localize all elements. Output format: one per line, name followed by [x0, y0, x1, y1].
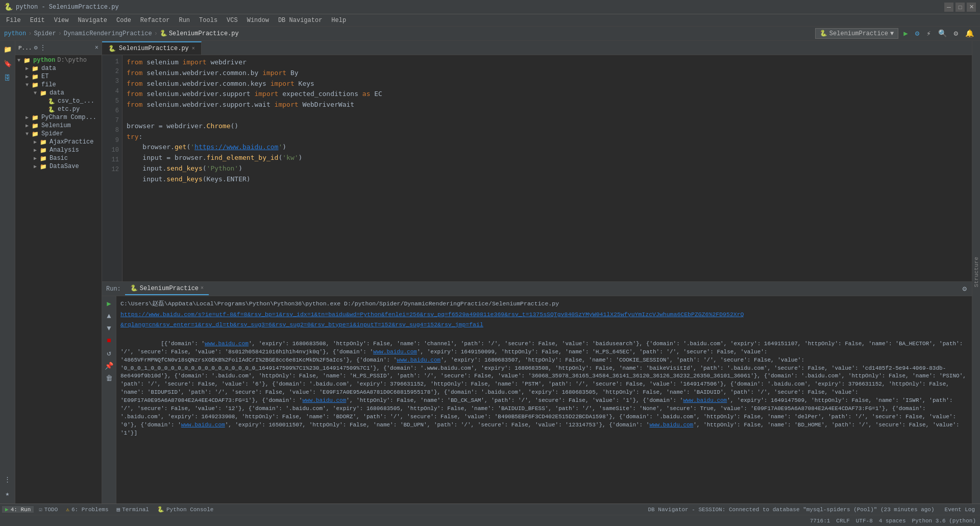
menu-tools[interactable]: Tools	[195, 16, 222, 25]
maximize-button[interactable]: □	[955, 3, 965, 12]
python-version[interactable]: Python 3.6 (python)	[912, 518, 976, 524]
tree-file[interactable]: ▼ 📁 file	[15, 81, 102, 89]
run-up-icon[interactable]: ▲	[106, 311, 112, 321]
settings-icon[interactable]: ⋮	[40, 44, 46, 52]
tree-csv-file[interactable]: 🐍 csv_to_...	[15, 97, 102, 105]
minimize-button[interactable]: ─	[944, 3, 953, 12]
title-bar-controls[interactable]: ─ □ ✕	[944, 3, 976, 12]
breadcrumb-python[interactable]: python	[4, 30, 26, 37]
tree-data[interactable]: ▶ 📁 data	[15, 64, 102, 73]
menu-edit[interactable]: Edit	[26, 16, 49, 25]
tree-spider[interactable]: ▼ 📁 Spider	[15, 130, 102, 138]
tree-arrow: ▼	[17, 58, 23, 63]
folder-icon: 📁	[40, 90, 48, 97]
run-with-coverage-button[interactable]: ⚡	[924, 28, 933, 39]
tree-arrow: ▶	[26, 123, 32, 129]
breadcrumb-file[interactable]: 🐍SeleniumPractice.py	[160, 30, 239, 37]
event-log-button[interactable]: Event Log	[942, 507, 978, 513]
project-label: P...	[18, 45, 32, 51]
run-rerun-icon[interactable]: ↺	[106, 348, 112, 358]
db-browser-icon[interactable]: 🗄	[1, 71, 14, 85]
domain-link-3[interactable]: www.baidu.com	[397, 357, 440, 363]
settings-button[interactable]: ⚙	[952, 28, 960, 39]
domain-link-5[interactable]: www.baidu.com	[683, 397, 727, 403]
tree-analysis[interactable]: ▶ 📁 Analysis	[15, 146, 102, 154]
tree-pycharm[interactable]: ▶ 📁 PyCharm Comp...	[15, 113, 102, 122]
breadcrumb-sep-3: ›	[154, 30, 158, 37]
menu-db-navigator[interactable]: DB Navigator	[274, 16, 326, 25]
code-editor[interactable]: 1 2 3 4 5 6 7 8 9 10 11 12 from selenium…	[102, 55, 972, 281]
run-icon: ▶	[5, 506, 9, 513]
project-tool-icon[interactable]: 📁	[1, 43, 14, 56]
output-link-2[interactable]: &rqlang=cn&rsv_enter=1&rsv_dl=tb&rsv_sug…	[120, 321, 483, 328]
tree-root-python[interactable]: ▼ 📁 python D:\pytho	[15, 56, 102, 64]
collapse-icon[interactable]: ×	[95, 44, 99, 52]
gear-icon[interactable]: ⚙	[34, 44, 37, 52]
gear-icon[interactable]: ⚙	[962, 283, 968, 294]
tree-basic[interactable]: ▶ 📁 Basic	[15, 154, 102, 162]
favorites-icon[interactable]: ★	[1, 487, 14, 500]
run-tab-selenium[interactable]: 🐍 SeleniumPractice ×	[125, 282, 209, 295]
menu-run[interactable]: Run	[175, 16, 194, 25]
indent-size[interactable]: 4 spaces	[879, 518, 906, 524]
tree-file-data[interactable]: ▼ 📁 data	[15, 89, 102, 97]
menu-refactor[interactable]: Refactor	[136, 16, 174, 25]
code-content[interactable]: from selenium import webdriver from sele…	[122, 55, 972, 281]
tree-datasave[interactable]: ▶ 📁 DataSave	[15, 162, 102, 171]
output-link[interactable]: https://www.baidu.com/s?ie=utf-8&f=8&rsv…	[120, 311, 744, 318]
run-pin-icon[interactable]: 📌	[104, 361, 114, 371]
menu-window[interactable]: Window	[243, 16, 273, 25]
python-console-button[interactable]: 🐍 Python Console	[154, 506, 216, 513]
todo-button[interactable]: ☑ TODO	[36, 506, 61, 513]
terminal-button[interactable]: ▤ Terminal	[114, 506, 152, 513]
tab-close-button[interactable]: ×	[192, 46, 195, 52]
menu-code[interactable]: Code	[112, 16, 135, 25]
line-numbers: 1 2 3 4 5 6 7 8 9 10 11 12	[102, 55, 122, 281]
right-panel-label: Structure	[973, 257, 979, 287]
left-tool-panel: 📁 🔖 🗄 ⋮ ★	[0, 41, 15, 504]
tree-etc-file[interactable]: 🐍 etc.py	[15, 105, 102, 113]
menu-vcs[interactable]: VCS	[223, 16, 242, 25]
run-button[interactable]: ▶	[901, 28, 910, 39]
run-output[interactable]: C:\Users\赵磊\AppData\Local\Programs\Pytho…	[116, 296, 972, 504]
tree-et[interactable]: ▶ 📁 ET	[15, 73, 102, 81]
search-everywhere-button[interactable]: 🔍	[936, 28, 949, 39]
bookmarks-icon[interactable]: 🔖	[1, 57, 14, 70]
close-button[interactable]: ✕	[967, 3, 976, 12]
menu-view[interactable]: View	[50, 16, 73, 25]
run-play-icon[interactable]: ▶	[106, 298, 112, 309]
breadcrumb-file-icon: 🐍	[160, 30, 167, 37]
run-config-selector[interactable]: 🐍 SeleniumPractice ▼	[815, 28, 898, 39]
menu-help[interactable]: Help	[327, 16, 350, 25]
tree-ajax[interactable]: ▶ 📁 AjaxPractice	[15, 138, 102, 146]
nav-bar: python › Spider › DynamicRenderingPracti…	[0, 27, 980, 41]
menu-file[interactable]: File	[2, 16, 25, 25]
breadcrumb-dynamic[interactable]: DynamicRenderingPractice	[64, 30, 152, 37]
domain-link-2[interactable]: www.baidu.com	[373, 349, 417, 355]
run-stop-icon[interactable]: ■	[106, 336, 112, 346]
encoding[interactable]: UTF-8	[856, 518, 873, 524]
tree-selenium[interactable]: ▶ 📁 Selenium	[15, 122, 102, 130]
run-down-icon[interactable]: ▼	[106, 323, 112, 333]
domain-link-6[interactable]: www.baidu.com	[181, 422, 225, 428]
line-endings[interactable]: CRLF	[836, 518, 849, 524]
tree-label: Basic	[50, 155, 68, 162]
editor-tab-selenium[interactable]: 🐍 SeleniumPractice.py ×	[102, 41, 202, 55]
debug-button[interactable]: ⚙	[913, 28, 921, 39]
title-bar-left: 🐍 python - SeleniumPractice.py	[4, 3, 119, 11]
cursor-position[interactable]: 7716:1	[810, 518, 830, 524]
run-tab-close[interactable]: ×	[201, 285, 204, 291]
domain-link-4[interactable]: www.baidu.com	[302, 397, 346, 403]
run-trash-icon[interactable]: 🗑	[105, 373, 114, 384]
run-tool-button[interactable]: ▶ 4: Run	[2, 506, 34, 513]
menu-navigate[interactable]: Navigate	[74, 16, 111, 25]
problems-button[interactable]: ⚠ 6: Problems	[63, 506, 111, 513]
bottom-strip: ▶ 4: Run ☑ TODO ⚠ 6: Problems ▤ Terminal…	[0, 504, 980, 515]
domain-link-1[interactable]: www.baidu.com	[205, 341, 249, 347]
breadcrumb-spider[interactable]: Spider	[34, 30, 56, 37]
domain-link-7[interactable]: www.baidu.com	[649, 422, 693, 428]
run-panel-header: Run: 🐍 SeleniumPractice × ⚙	[102, 282, 972, 296]
notifications-button[interactable]: 🔔	[963, 28, 976, 39]
code-line-12: input.send_keys(Keys.ENTER)	[127, 174, 968, 185]
structure-icon[interactable]: ⋮	[1, 473, 14, 486]
